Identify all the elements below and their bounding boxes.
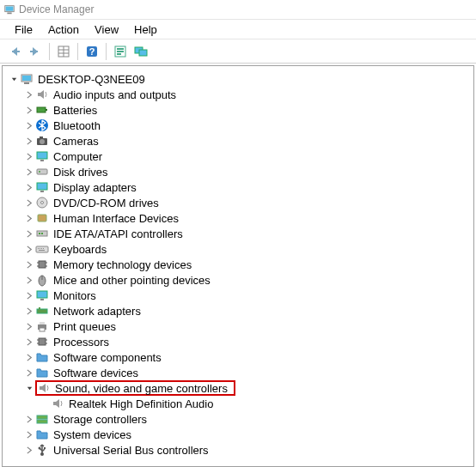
category-label-disk: Disk drives [52,166,109,179]
expand-arrow-icon[interactable] [23,320,35,332]
expand-arrow-icon[interactable] [23,367,35,379]
expand-arrow-icon[interactable] [23,227,35,240]
usb-icon [35,443,49,457]
titlebar: Device Manager [0,0,476,19]
computer-icon [20,72,34,86]
expand-arrow-icon[interactable] [23,243,35,255]
expand-arrow-icon[interactable] [23,336,35,348]
category-usb[interactable]: Universal Serial Bus controllers [8,442,473,458]
root-label: DESKTOP-Q3NEE09 [37,73,146,86]
category-monitors[interactable]: Monitors [8,288,473,303]
toolbar-separator [77,43,78,60]
category-system[interactable]: System devices [8,427,473,442]
category-label-system: System devices [52,428,132,441]
expand-arrow-icon[interactable] [23,428,35,440]
category-swdev[interactable]: Software devices [8,365,473,380]
tree-root[interactable]: DESKTOP-Q3NEE09 [8,71,473,87]
storage-icon [35,412,49,426]
category-label-dvd: DVD/CD-ROM drives [52,197,160,209]
display-icon [35,180,49,194]
menu-action[interactable]: Action [40,21,87,38]
category-memtech[interactable]: Memory technology devices [8,257,473,272]
menu-file[interactable]: File [7,21,40,38]
collapse-arrow-icon[interactable] [8,73,20,85]
device-tree: DESKTOP-Q3NEE09Audio inputs and outputsB… [2,65,474,467]
device-realtek[interactable]: Realtek High Definition Audio [8,396,473,411]
category-label-storage: Storage controllers [52,413,148,426]
category-storage[interactable]: Storage controllers [8,411,473,427]
category-display[interactable]: Display adapters [8,179,473,195]
expand-arrow-icon[interactable] [23,166,35,178]
expand-arrow-icon[interactable] [23,119,35,131]
category-swcomp[interactable]: Software components [8,349,473,365]
expand-arrow-icon[interactable] [23,104,35,116]
expand-arrow-icon[interactable] [23,197,35,209]
expand-arrow-icon[interactable] [23,135,35,147]
category-label-swdev: Software devices [52,367,139,379]
monitors-icon [35,288,49,302]
expand-arrow-icon[interactable] [23,351,35,363]
audio-icon [35,88,49,101]
category-cameras[interactable]: Cameras [8,133,473,149]
system-icon [35,428,49,441]
expand-arrow-icon[interactable] [23,88,35,100]
bluetooth-icon [35,118,49,132]
toolbar-separator [106,43,107,60]
expand-arrow-icon[interactable] [23,150,35,162]
expand-arrow-icon[interactable] [23,289,35,301]
disk-icon [35,165,49,179]
forward-button[interactable] [26,42,45,61]
realtek-icon [51,397,64,410]
app-icon [3,3,15,15]
cameras-icon [35,134,49,148]
swdev-icon [35,366,49,379]
show-hidden-button[interactable] [131,42,150,61]
category-label-computer: Computer [52,150,103,163]
category-label-sound: Sound, video and game controllers [54,382,229,395]
scan-button[interactable] [111,42,130,61]
properties-button[interactable] [54,42,73,61]
category-dvd[interactable]: DVD/CD-ROM drives [8,195,473,210]
category-audio[interactable]: Audio inputs and outputs [8,87,473,102]
device-label-realtek: Realtek High Definition Audio [68,397,214,410]
category-network[interactable]: Network adapters [8,303,473,318]
menu-help[interactable]: Help [126,21,165,38]
category-label-mice: Mice and other pointing devices [52,274,211,287]
expand-arrow-icon[interactable] [23,305,35,317]
expand-arrow-icon[interactable] [23,258,35,270]
network-icon [35,304,49,318]
collapse-arrow-icon[interactable] [23,382,35,394]
expand-arrow-icon[interactable] [23,181,35,193]
toolbar [0,39,476,64]
category-label-audio: Audio inputs and outputs [52,88,177,101]
menu-view[interactable]: View [87,21,126,38]
printq-icon [35,319,49,333]
category-disk[interactable]: Disk drives [8,164,473,179]
category-label-display: Display adapters [52,181,137,194]
category-hid[interactable]: Human Interface Devices [8,210,473,226]
category-mice[interactable]: Mice and other pointing devices [8,272,473,288]
dvd-icon [35,196,49,209]
expand-arrow-icon[interactable] [23,444,35,456]
sound-icon [37,381,51,395]
category-label-memtech: Memory technology devices [52,258,192,271]
hid-icon [35,211,49,225]
expand-arrow-icon[interactable] [23,413,35,425]
category-batteries[interactable]: Batteries [8,102,473,118]
category-ide[interactable]: IDE ATA/ATAPI controllers [8,226,473,241]
menu-bar: File Action View Help [0,19,476,39]
expand-arrow-icon[interactable] [23,212,35,224]
category-computer[interactable]: Computer [8,149,473,164]
category-label-usb: Universal Serial Bus controllers [52,444,210,457]
help-button[interactable] [82,42,101,61]
expand-arrow-icon[interactable] [23,274,35,286]
category-sound[interactable]: Sound, video and game controllers [8,380,473,396]
category-label-keyboards: Keyboards [52,243,107,256]
window-title: Device Manager [19,3,94,15]
category-printq[interactable]: Print queues [8,318,473,334]
category-keyboards[interactable]: Keyboards [8,241,473,257]
ide-icon [35,227,49,240]
back-button[interactable] [5,42,24,61]
category-processors[interactable]: Processors [8,334,473,349]
category-bluetooth[interactable]: Bluetooth [8,118,473,133]
